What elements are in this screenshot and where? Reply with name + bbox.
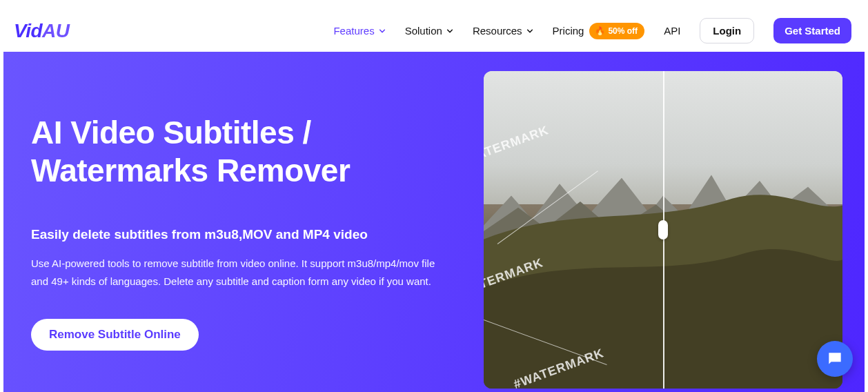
chat-icon bbox=[826, 350, 844, 368]
nav-solution[interactable]: Solution bbox=[405, 25, 453, 37]
chevron-down-icon bbox=[526, 28, 533, 35]
site-header: VidAU Features Solution Resources Pricin… bbox=[0, 0, 868, 52]
compare-handle[interactable] bbox=[658, 220, 668, 239]
brand-logo[interactable]: VidAU bbox=[14, 20, 69, 42]
hero-copy: AI Video Subtitles / Watermarks Remover … bbox=[31, 114, 473, 351]
nav-api[interactable]: API bbox=[664, 25, 680, 37]
get-started-button[interactable]: Get Started bbox=[773, 18, 851, 43]
nav-resources[interactable]: Resources bbox=[473, 25, 533, 37]
chevron-down-icon bbox=[446, 28, 453, 35]
pricing-badge: 🔥 50% off bbox=[589, 23, 644, 39]
hero-section: AI Video Subtitles / Watermarks Remover … bbox=[3, 52, 865, 392]
remove-subtitle-button[interactable]: Remove Subtitle Online bbox=[31, 319, 199, 351]
flame-icon: 🔥 bbox=[595, 26, 605, 36]
main-nav: Features Solution Resources Pricing 🔥 50… bbox=[333, 18, 851, 43]
nav-pricing[interactable]: Pricing 🔥 50% off bbox=[553, 23, 645, 39]
chevron-down-icon bbox=[379, 28, 386, 35]
hero-subtitle: Easily delete subtitles from m3u8,MOV an… bbox=[31, 227, 473, 242]
chat-launcher[interactable] bbox=[817, 341, 853, 377]
login-button[interactable]: Login bbox=[700, 18, 754, 43]
hero-title: AI Video Subtitles / Watermarks Remover bbox=[31, 114, 473, 190]
hero-preview-image: #WATERMARK #WATERMARK #WATERMARK bbox=[484, 71, 842, 389]
nav-features[interactable]: Features bbox=[333, 25, 385, 37]
hero-body: Use AI-powered tools to remove subtitle … bbox=[31, 255, 445, 290]
